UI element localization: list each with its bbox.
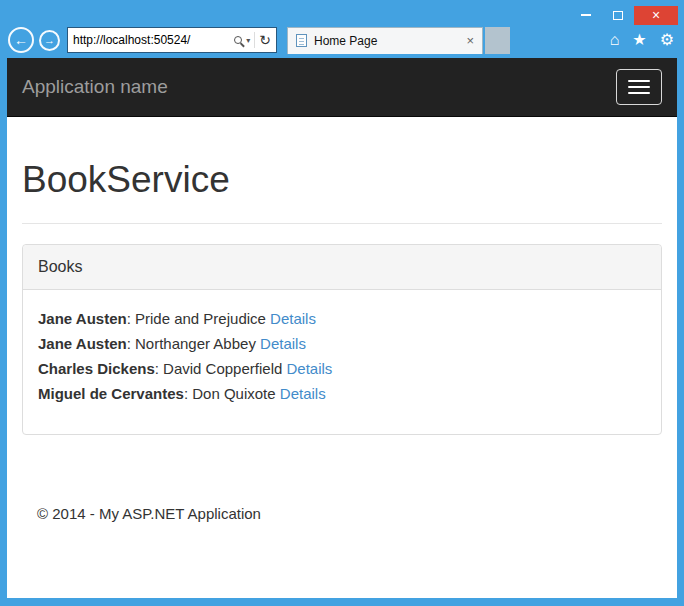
hamburger-icon — [628, 80, 650, 82]
new-tab-button[interactable] — [485, 27, 510, 54]
divider — [22, 223, 662, 224]
navbar-brand[interactable]: Application name — [22, 76, 168, 98]
copyright-text: © 2014 - My ASP.NET Application — [37, 505, 647, 522]
minimize-icon — [581, 14, 591, 16]
main-container: BookService Books Jane Austen: Pride and… — [7, 159, 677, 522]
back-button[interactable]: ← — [8, 27, 34, 53]
page-title: BookService — [22, 159, 662, 201]
book-author: Charles Dickens — [38, 360, 155, 377]
hamburger-icon — [628, 86, 650, 88]
maximize-button[interactable] — [602, 6, 634, 25]
favorites-star-icon[interactable]: ★ — [632, 32, 646, 48]
book-title: Northanger Abbey — [135, 335, 256, 352]
titlebar: × — [0, 0, 684, 26]
forward-button[interactable]: → — [39, 30, 60, 51]
books-panel-header: Books — [23, 245, 661, 290]
browser-window: × ← → http://localhost:50524/ ▾ ↻ Home P… — [0, 0, 684, 606]
tab-close-icon[interactable]: × — [466, 33, 474, 48]
refresh-icon[interactable]: ↻ — [259, 32, 271, 48]
separator: : — [155, 360, 159, 377]
books-panel-body: Jane Austen: Pride and Prejudice Details… — [23, 290, 661, 434]
navbar-toggle-button[interactable] — [616, 69, 662, 105]
back-icon: ← — [14, 32, 28, 48]
site-navbar: Application name — [7, 58, 677, 117]
minimize-button[interactable] — [570, 6, 602, 25]
address-bar[interactable]: http://localhost:50524/ ▾ ↻ — [67, 27, 277, 53]
chrome-actions: ⌂ ★ ⚙ — [610, 32, 674, 48]
book-author: Miguel de Cervantes — [38, 385, 184, 402]
close-icon: × — [652, 7, 660, 23]
book-title: Don Quixote — [192, 385, 275, 402]
separator: : — [127, 310, 131, 327]
hamburger-icon — [628, 92, 650, 94]
page-viewport: Application name BookService Books Jane … — [7, 58, 677, 598]
list-item: Jane Austen: Northanger Abbey Details — [38, 331, 646, 356]
url-text[interactable]: http://localhost:50524/ — [73, 33, 230, 47]
books-panel: Books Jane Austen: Pride and Prejudice D… — [22, 244, 662, 435]
gear-icon[interactable]: ⚙ — [660, 32, 674, 48]
list-item: Charles Dickens: David Copperfield Detai… — [38, 356, 646, 381]
search-icon[interactable] — [234, 36, 242, 44]
details-link[interactable]: Details — [286, 360, 332, 377]
book-title: Pride and Prejudice — [135, 310, 266, 327]
forward-icon: → — [44, 34, 55, 46]
separator: : — [184, 385, 188, 402]
details-link[interactable]: Details — [270, 310, 316, 327]
book-title: David Copperfield — [163, 360, 282, 377]
browser-chrome: ← → http://localhost:50524/ ▾ ↻ Home Pag… — [0, 26, 684, 58]
chevron-down-icon[interactable]: ▾ — [246, 36, 250, 45]
tab-home-page[interactable]: Home Page × — [287, 27, 483, 54]
list-item: Miguel de Cervantes: Don Quixote Details — [38, 381, 646, 406]
details-link[interactable]: Details — [260, 335, 306, 352]
details-link[interactable]: Details — [280, 385, 326, 402]
home-icon[interactable]: ⌂ — [610, 32, 620, 48]
page-footer: © 2014 - My ASP.NET Application — [22, 435, 662, 522]
maximize-icon — [613, 11, 623, 20]
book-author: Jane Austen — [38, 310, 127, 327]
separator: : — [127, 335, 131, 352]
address-divider — [254, 32, 255, 48]
tab-title: Home Page — [314, 34, 459, 48]
close-button[interactable]: × — [634, 6, 678, 25]
book-author: Jane Austen — [38, 335, 127, 352]
page-favicon-icon — [296, 34, 307, 47]
list-item: Jane Austen: Pride and Prejudice Details — [38, 306, 646, 331]
